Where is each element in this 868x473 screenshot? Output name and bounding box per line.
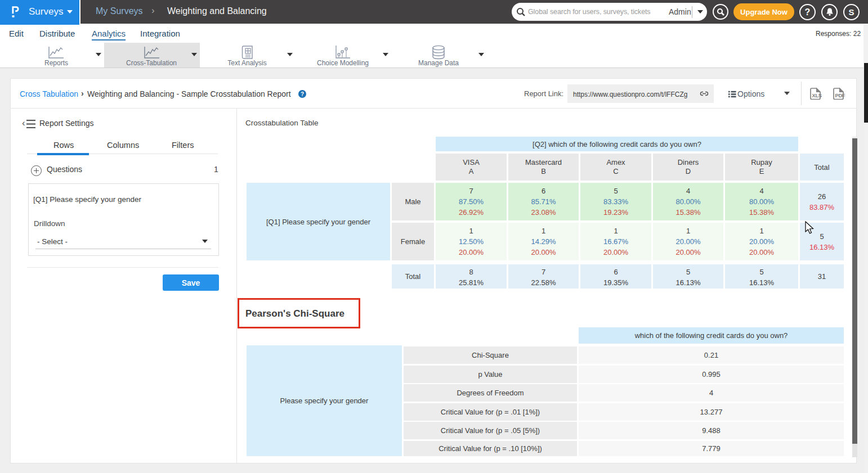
svg-text:XLS: XLS	[812, 93, 822, 98]
svg-text:PDF: PDF	[835, 93, 845, 98]
